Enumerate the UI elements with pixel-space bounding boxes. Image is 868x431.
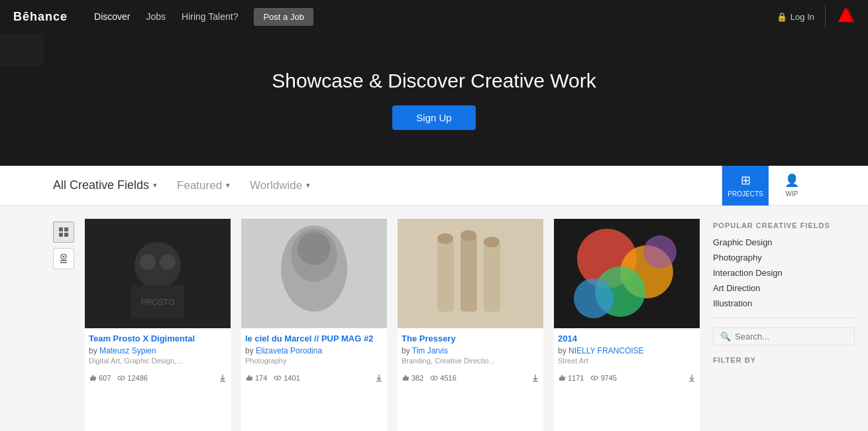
project-card[interactable]: 2014 by NIELLY FRANCOISE Street Art 1171… <box>554 219 700 431</box>
project-thumbnail <box>554 219 700 328</box>
sidebar: POPULAR CREATIVE FIELDS Graphic Design P… <box>713 219 855 431</box>
sidebar-link-art-direction[interactable]: Art Direction <box>713 283 855 293</box>
post-job-button[interactable]: Post a Job <box>254 8 313 26</box>
sidebar-divider <box>713 318 855 318</box>
nav-jobs[interactable]: Jobs <box>146 11 166 22</box>
list-view-button[interactable] <box>53 248 74 269</box>
sidebar-link-illustration[interactable]: Illustration <box>713 298 855 308</box>
thumbs-up-icon <box>245 374 253 382</box>
likes-stat: 607 <box>89 374 111 382</box>
sidebar-link-graphic-design[interactable]: Graphic Design <box>713 237 855 247</box>
svg-point-14 <box>160 254 176 270</box>
views-stat: 9745 <box>590 374 616 382</box>
featured-dropdown[interactable]: Featured ▾ <box>177 179 230 192</box>
signup-button[interactable]: Sign Up <box>392 105 475 130</box>
grid-icon <box>59 227 68 237</box>
list-icon <box>59 254 68 263</box>
views-stat: 1401 <box>274 374 299 382</box>
project-thumbnail <box>241 219 387 328</box>
project-author: by NIELLY FRANCOISE <box>558 346 696 355</box>
login-button[interactable]: 🔒 Log In <box>777 12 814 22</box>
project-card[interactable]: le ciel du Marcel // PUP MAG #2 by Eliza… <box>241 219 387 431</box>
download-stat <box>219 374 227 382</box>
project-card[interactable]: PROSTO Team Prosto X Digimental by Mateu… <box>85 219 231 431</box>
svg-point-17 <box>121 377 123 379</box>
download-stat <box>531 374 539 382</box>
svg-text:PROSTO: PROSTO <box>141 298 174 307</box>
svg-point-36 <box>433 377 435 379</box>
popular-fields-title: POPULAR CREATIVE FIELDS <box>713 221 855 229</box>
view-tabs: ⊞ PROJECTS 👤 WIP <box>722 166 815 206</box>
project-author: by Tim Jarvis <box>402 346 539 355</box>
adobe-icon <box>836 5 855 24</box>
svg-point-44 <box>643 235 677 269</box>
search-icon: 🔍 <box>720 332 731 341</box>
wip-icon: 👤 <box>785 173 799 188</box>
svg-point-34 <box>484 237 500 247</box>
download-icon <box>688 374 696 382</box>
hero-background: // Generate bg cells inline via script f… <box>0 33 868 166</box>
featured-label: Featured <box>177 179 222 192</box>
filter-by-title: FILTER BY <box>713 356 855 364</box>
svg-point-7 <box>63 256 65 258</box>
nav-links: Discover Jobs Hiring Talent? Post a Job <box>94 8 777 26</box>
views-stat: 12486 <box>117 374 148 382</box>
svg-point-43 <box>574 278 614 318</box>
view-controls <box>53 221 74 431</box>
creative-fields-label: All Creative Fields <box>53 178 149 192</box>
filter-bar: All Creative Fields ▾ Featured ▾ Worldwi… <box>0 166 868 206</box>
likes-stat: 174 <box>245 374 267 382</box>
project-title: Team Prosto X Digimental <box>89 334 227 343</box>
tab-projects[interactable]: ⊞ PROJECTS <box>722 166 769 206</box>
thumbs-up-icon <box>558 374 566 382</box>
project-title: The Pressery <box>402 334 539 343</box>
svg-rect-31 <box>484 242 500 312</box>
adobe-logo <box>825 5 855 28</box>
project-stats: 607 12486 <box>85 371 231 386</box>
project-category: Street Art <box>558 357 696 365</box>
main-content: PROSTO Team Prosto X Digimental by Mateu… <box>0 206 868 431</box>
project-stats: 174 1401 <box>241 371 387 386</box>
svg-point-33 <box>461 230 476 241</box>
svg-point-13 <box>140 254 156 270</box>
lock-icon: 🔒 <box>777 12 787 22</box>
svg-rect-30 <box>461 235 477 312</box>
navigation: Bēhance Discover Jobs Hiring Talent? Pos… <box>0 0 868 33</box>
worldwide-dropdown[interactable]: Worldwide ▾ <box>250 179 310 192</box>
views-stat: 4516 <box>430 374 456 382</box>
project-author: by Elizaveta Porodina <box>245 346 383 355</box>
nav-discover[interactable]: Discover <box>94 11 130 22</box>
tab-wip[interactable]: 👤 WIP <box>769 166 815 206</box>
svg-rect-4 <box>59 233 63 237</box>
download-icon <box>219 374 227 382</box>
hero-section: // Generate bg cells inline via script f… <box>0 33 868 166</box>
nav-right: 🔒 Log In <box>777 5 855 28</box>
projects-grid-icon: ⊞ <box>741 173 751 188</box>
nav-hiring[interactable]: Hiring Talent? <box>182 11 238 22</box>
project-category: Photography <box>245 357 383 365</box>
project-card[interactable]: The Pressery by Tim Jarvis Branding, Cre… <box>398 219 543 431</box>
svg-point-25 <box>277 377 279 379</box>
worldwide-label: Worldwide <box>250 179 302 192</box>
creative-fields-dropdown[interactable]: All Creative Fields ▾ <box>53 178 157 192</box>
hero-title: Showcase & Discover Creative Work <box>272 70 596 92</box>
svg-rect-3 <box>64 227 68 231</box>
search-box[interactable]: 🔍 <box>713 328 855 345</box>
search-input[interactable] <box>735 332 847 341</box>
likes-stat: 1171 <box>558 374 584 382</box>
grid-view-button[interactable] <box>53 221 74 243</box>
svg-point-32 <box>437 233 453 244</box>
sidebar-link-interaction-design[interactable]: Interaction Design <box>713 268 855 278</box>
svg-rect-29 <box>437 239 454 312</box>
svg-point-23 <box>298 232 331 265</box>
logo[interactable]: Bēhance <box>13 10 68 24</box>
eye-icon <box>430 374 438 382</box>
download-icon <box>375 374 383 382</box>
download-icon <box>531 374 539 382</box>
likes-stat: 382 <box>402 374 423 382</box>
project-thumbnail <box>398 219 543 328</box>
eye-icon <box>117 374 125 382</box>
sidebar-link-photography[interactable]: Photography <box>713 253 855 263</box>
project-title: 2014 <box>558 334 696 343</box>
svg-rect-5 <box>64 233 68 237</box>
